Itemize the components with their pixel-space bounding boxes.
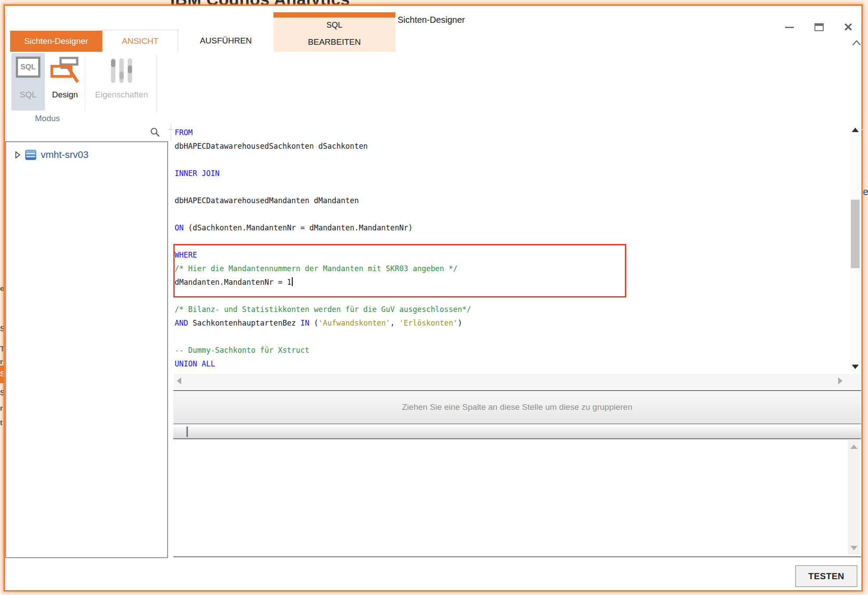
tree-item-label: vmht-srv03 [41,149,89,161]
testen-button[interactable]: TESTEN [795,565,857,587]
results-grid: Ziehen Sie eine Spalte an diese Stelle u… [173,390,861,557]
expand-arrow-icon[interactable] [15,151,21,159]
scroll-left-arrow-icon[interactable] [177,377,181,384]
scroll-up-arrow-icon[interactable] [850,444,857,449]
editor-scrollbar-thumb[interactable] [851,200,860,268]
editor-vertical-scrollbar[interactable] [850,125,861,372]
sql-icon: SQL [16,57,40,78]
sql-mode-label: SQL [20,90,36,100]
data-source-tree-panel: vmht-srv03 [5,141,168,558]
properties-sliders-icon [109,57,134,85]
eigenschaften-button[interactable]: Eigenschaften [88,53,155,111]
scroll-down-arrow-icon[interactable] [850,546,857,550]
minimize-icon [785,27,794,28]
ribbon-separator [157,55,157,113]
code-line: INNER JOIN [175,167,471,180]
editor-horizontal-scrollbar[interactable] [173,374,861,389]
sql-mode-button[interactable]: SQL SQL [11,53,45,111]
panel-divider [171,124,171,141]
design-mode-button[interactable]: Design [47,53,83,111]
ribbon-separator [85,55,85,113]
code-line [175,208,471,221]
background-right-fragment: e [863,186,868,198]
grid-results-area [173,439,861,556]
maximize-icon [814,23,824,31]
code-line: /* Bilanz- und Statistikkonten werden fü… [175,303,471,316]
code-line: ON (dSachkonten.MandantenNr = dMandanten… [175,221,471,235]
code-line: UNION ALL [175,357,471,371]
tab-bearbeiten[interactable]: BEARBEITEN [273,32,395,52]
code-line: AND SachkontenhauptartenBez IN ('Aufwand… [175,316,471,330]
scroll-up-arrow-icon[interactable] [852,128,859,132]
maximize-button[interactable] [809,19,829,36]
code-line [175,153,471,167]
scroll-down-arrow-icon[interactable] [852,365,859,369]
tab-sichten-designer[interactable]: Sichten-Designer [10,31,102,52]
results-vertical-scrollbar[interactable] [848,440,860,555]
window-title: Sichten-Designer [398,15,465,25]
tree-item-server[interactable]: vmht-srv03 [15,149,89,161]
code-line [175,330,471,344]
code-line: dbHAPECDatawarehousedSachkonten dSachkon… [175,140,471,153]
grid-header-row[interactable] [173,424,861,439]
close-button[interactable]: ✕ [838,19,858,36]
design-mode-label: Design [52,90,78,100]
header-text-caret [187,427,188,437]
code-line [175,180,471,194]
minimize-button[interactable] [779,19,800,36]
where-clause-highlight-box [173,244,626,298]
search-icon [150,127,160,137]
contextual-group-stripe [273,12,395,18]
tab-ansicht[interactable]: ANSICHT [102,30,178,52]
grouping-drop-area[interactable]: Ziehen Sie eine Spalte an diese Stelle u… [173,391,861,424]
design-icon [50,57,79,84]
tab-ausfuehren[interactable]: AUSFÜHREN [178,30,273,52]
tree-search-field[interactable] [5,124,168,141]
grouping-hint-text: Ziehen Sie eine Spalte an diese Stelle u… [402,402,632,412]
eigenschaften-label: Eigenschaften [95,90,148,100]
code-line: FROM [175,126,471,140]
collapse-ribbon-button[interactable] [849,36,864,49]
contextual-group-title: SQL [273,18,395,32]
screen: IBM Cognos Analytics eSTrSSrt e Sichten-… [0,0,868,595]
code-line: -- Dummy-Sachkonto für Xstruct [175,344,471,357]
close-icon: ✕ [843,22,853,33]
database-icon [25,150,36,160]
scroll-right-arrow-icon[interactable] [838,377,843,384]
chevron-up-icon [852,39,861,46]
contextual-tab-group: SQL BEARBEITEN [273,12,395,52]
ribbon-group-label-modus: Modus [11,114,83,123]
code-line: dbHAPECDatawarehousedMandanten dMandante… [175,194,471,208]
